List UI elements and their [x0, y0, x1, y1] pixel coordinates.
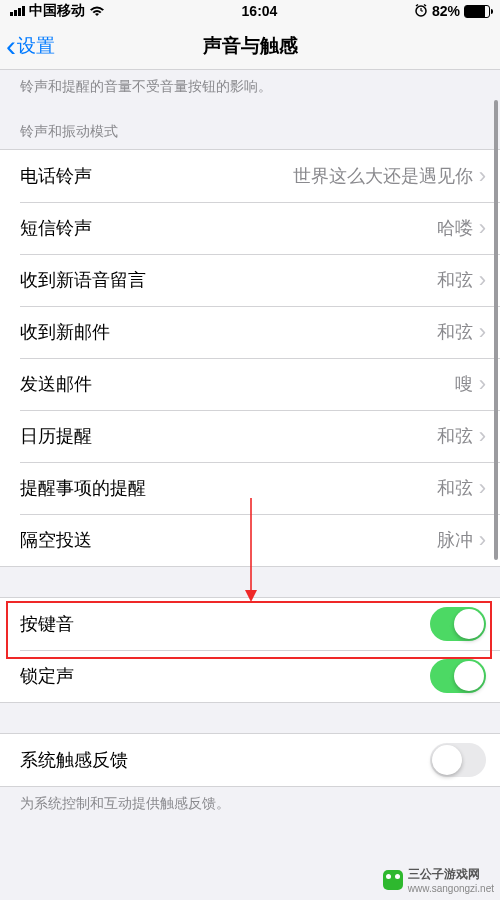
status-left: 中国移动: [10, 2, 105, 20]
toggle-switch[interactable]: [430, 659, 486, 693]
ringtone-cell[interactable]: 日历提醒和弦›: [0, 410, 500, 462]
battery-percent: 82%: [432, 3, 460, 19]
status-bar: 中国移动 16:04 82%: [0, 0, 500, 22]
spacer: [0, 703, 500, 733]
cell-value: 和弦: [437, 424, 473, 448]
chevron-right-icon: ›: [479, 267, 486, 293]
watermark-url: www.sangongzi.net: [408, 883, 494, 894]
status-right: 82%: [414, 3, 490, 20]
cell-value: 嗖: [455, 372, 473, 396]
switch-cell[interactable]: 按键音: [0, 598, 500, 650]
cell-value: 和弦: [437, 320, 473, 344]
status-time: 16:04: [242, 3, 278, 19]
cell-label: 收到新邮件: [20, 320, 110, 344]
ringtone-cell[interactable]: 收到新邮件和弦›: [0, 306, 500, 358]
content: 铃声和提醒的音量不受音量按钮的影响。 铃声和振动模式 电话铃声世界这么大还是遇见…: [0, 70, 500, 822]
switch-cell[interactable]: 锁定声: [0, 650, 500, 702]
ringtone-cell[interactable]: 电话铃声世界这么大还是遇见你›: [0, 150, 500, 202]
chevron-right-icon: ›: [479, 215, 486, 241]
volume-footer: 铃声和提醒的音量不受音量按钮的影响。: [0, 70, 500, 105]
chevron-left-icon: ‹: [6, 31, 16, 61]
watermark-text: 三公子游戏网: [408, 866, 494, 883]
battery-icon: [464, 5, 490, 18]
cell-label: 收到新语音留言: [20, 268, 146, 292]
svg-line-3: [416, 4, 418, 6]
back-label: 设置: [17, 33, 55, 59]
cell-value: 和弦: [437, 268, 473, 292]
ringtone-section-header: 铃声和振动模式: [0, 105, 500, 149]
cell-value: 哈喽: [437, 216, 473, 240]
toggle-switch[interactable]: [430, 607, 486, 641]
annotation-arrow: [244, 498, 258, 602]
chevron-right-icon: ›: [479, 423, 486, 449]
haptic-group: 系统触感反馈: [0, 733, 500, 787]
cell-value: 脉冲: [437, 528, 473, 552]
chevron-right-icon: ›: [479, 527, 486, 553]
cell-label: 锁定声: [20, 664, 74, 688]
chevron-right-icon: ›: [479, 319, 486, 345]
cell-label: 发送邮件: [20, 372, 92, 396]
chevron-right-icon: ›: [479, 475, 486, 501]
cell-label: 按键音: [20, 612, 74, 636]
haptic-footer: 为系统控制和互动提供触感反馈。: [0, 787, 500, 822]
nav-bar: ‹ 设置 声音与触感: [0, 22, 500, 70]
svg-marker-6: [245, 590, 257, 602]
chevron-right-icon: ›: [479, 371, 486, 397]
cell-label: 短信铃声: [20, 216, 92, 240]
ringtone-cell[interactable]: 收到新语音留言和弦›: [0, 254, 500, 306]
watermark: 三公子游戏网 www.sangongzi.net: [383, 866, 494, 894]
haptic-switch[interactable]: [430, 743, 486, 777]
back-button[interactable]: ‹ 设置: [6, 31, 55, 61]
wifi-icon: [89, 3, 105, 20]
svg-line-4: [424, 4, 426, 6]
ringtone-cell[interactable]: 短信铃声哈喽›: [0, 202, 500, 254]
haptic-cell[interactable]: 系统触感反馈: [0, 734, 500, 786]
cell-label: 电话铃声: [20, 164, 92, 188]
cell-value: 和弦: [437, 476, 473, 500]
cell-label: 隔空投送: [20, 528, 92, 552]
cell-value: 世界这么大还是遇见你: [293, 164, 473, 188]
scrollbar[interactable]: [494, 40, 498, 880]
chevron-right-icon: ›: [479, 163, 486, 189]
cell-label: 日历提醒: [20, 424, 92, 448]
cell-label: 提醒事项的提醒: [20, 476, 146, 500]
alarm-icon: [414, 3, 428, 20]
carrier-label: 中国移动: [29, 2, 85, 20]
ringtone-cell[interactable]: 发送邮件嗖›: [0, 358, 500, 410]
watermark-icon: [383, 870, 403, 890]
switch-group: 按键音锁定声: [0, 597, 500, 703]
cell-label: 系统触感反馈: [20, 748, 128, 772]
signal-icon: [10, 6, 25, 16]
page-title: 声音与触感: [203, 33, 298, 59]
